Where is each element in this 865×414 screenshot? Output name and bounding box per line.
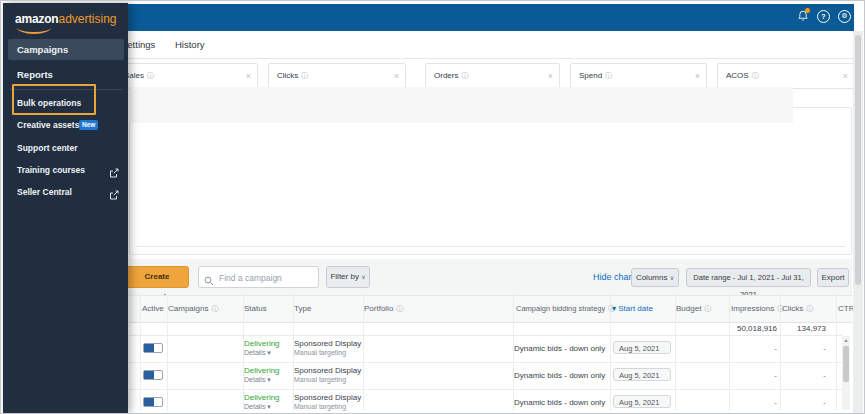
external-link-icon [109, 187, 119, 207]
column-divider [140, 295, 141, 411]
info-icon[interactable]: ⓘ [211, 305, 218, 313]
info-icon[interactable]: ⓘ [396, 305, 403, 313]
chevron-down-icon: ▾ [267, 403, 271, 410]
sidebar-item-creative-assets[interactable]: Creative assets New [3, 115, 128, 135]
metric-card-clicks[interactable]: Clicksⓘ × [268, 63, 406, 89]
new-badge: New [79, 120, 98, 130]
create-campaign-button[interactable]: Create campaign [125, 266, 189, 288]
scroll-up-icon[interactable]: ▲ [842, 336, 850, 344]
amazon-advertising-logo: amazonadvertising [15, 12, 117, 26]
column-divider [513, 295, 514, 411]
sidebar-item-seller-central[interactable]: Seller Central [3, 182, 128, 202]
campaign-search-box[interactable] [198, 266, 319, 288]
chevron-down-icon: ▾ [267, 349, 271, 356]
hide-chart-link[interactable]: Hide chart [593, 272, 634, 282]
info-icon[interactable]: ⓘ [806, 305, 813, 313]
start-date-field[interactable]: Aug 5, 2021 [613, 395, 671, 408]
app-window: ? ⚙ Settings History Salesⓘ × Clicksⓘ × … [0, 0, 865, 414]
column-header-status[interactable]: Status [244, 295, 267, 323]
chart-legend-area [129, 87, 793, 123]
sidebar-item-campaigns[interactable]: Campaigns [8, 39, 124, 60]
metric-card-label: Orders [434, 71, 458, 80]
close-icon[interactable]: × [246, 64, 251, 88]
details-dropdown[interactable]: Details ▾ [244, 349, 271, 357]
column-header-type[interactable]: Type [294, 295, 311, 323]
sidebar-item-training-courses[interactable]: Training courses [3, 160, 128, 180]
bulk-operations-highlight-box [12, 84, 96, 115]
sidebar-item-reports[interactable]: Reports [3, 65, 128, 85]
summary-impressions: 50,018,916 [731, 323, 777, 335]
impressions-value: - [731, 398, 777, 407]
settings-gear-icon[interactable]: ⚙ [838, 10, 851, 23]
metric-card-label: Clicks [277, 71, 298, 80]
close-icon[interactable]: × [548, 64, 553, 88]
date-range-button[interactable]: Date range - Jul 1, 2021 - Jul 31, 2021 [686, 268, 811, 287]
info-icon[interactable]: ⓘ [605, 72, 612, 80]
start-date-field[interactable]: Aug 5, 2021 [613, 341, 671, 354]
metric-card-label: Spend [579, 71, 602, 80]
table-row: Delivering Details ▾ Sponsored Display M… [129, 389, 842, 414]
info-icon[interactable]: ⓘ [461, 72, 468, 80]
metric-card-orders[interactable]: Ordersⓘ × [425, 63, 560, 89]
column-header-campaigns[interactable]: Campaignsⓘ [168, 295, 218, 323]
column-header-clicks[interactable]: Clicksⓘ [782, 295, 813, 323]
bidding-strategy: Dynamic bids - down only [514, 344, 605, 353]
export-button[interactable]: Export [817, 268, 849, 287]
chart-axis-line [136, 246, 845, 247]
status-badge: Delivering [244, 393, 280, 402]
impressions-value: - [731, 344, 777, 353]
status-badge: Delivering [244, 339, 280, 348]
campaign-targeting: Manual targeting [294, 403, 346, 410]
active-toggle[interactable] [143, 370, 163, 380]
metric-card-sales[interactable]: Salesⓘ × [115, 63, 258, 89]
info-icon[interactable]: ⓘ [147, 72, 154, 80]
scrollbar-thumb[interactable] [855, 35, 861, 285]
chevron-down-icon: ∨ [361, 274, 365, 280]
active-toggle[interactable] [143, 397, 163, 407]
sort-descending-icon: ▾ [612, 304, 616, 313]
info-icon[interactable]: ⓘ [752, 72, 759, 80]
notifications-bell-icon[interactable] [796, 9, 810, 23]
table-row: Delivering Details ▾ Sponsored Display M… [129, 362, 842, 390]
close-icon[interactable]: × [394, 64, 399, 88]
chevron-down-icon: ▾ [267, 376, 271, 383]
column-header-ctr[interactable]: CTR [838, 295, 854, 323]
start-date-field[interactable]: Aug 5, 2021 [613, 368, 671, 381]
metric-card-acos[interactable]: ACOSⓘ × [717, 63, 855, 89]
column-header-budget[interactable]: Budgetⓘ [676, 295, 711, 323]
scrollbar-thumb[interactable] [843, 346, 849, 382]
campaign-targeting: Manual targeting [294, 376, 346, 383]
campaign-type: Sponsored Display [294, 393, 361, 402]
close-icon[interactable]: × [843, 64, 848, 88]
clicks-value: - [782, 344, 826, 353]
tab-history[interactable]: History [175, 39, 205, 50]
active-toggle[interactable] [143, 343, 163, 353]
column-header-portfolio[interactable]: Portfolioⓘ [364, 295, 403, 323]
columns-button[interactable]: Columns ∨ [631, 268, 679, 287]
table-row: Delivering Details ▾ Sponsored Display M… [129, 335, 842, 363]
performance-chart-panel [129, 107, 852, 255]
column-header-active[interactable]: Active [142, 295, 164, 323]
info-icon[interactable]: ⓘ [704, 305, 711, 313]
table-scrollbar[interactable]: ▲ [842, 336, 850, 410]
column-header-bidding-strategy[interactable]: Campaign bidding strategyⓘ [516, 295, 615, 323]
details-dropdown[interactable]: Details ▾ [244, 376, 271, 384]
close-icon[interactable]: × [695, 64, 700, 88]
column-header-impressions[interactable]: Impressionsⓘ [731, 295, 784, 323]
top-navigation-bar [3, 4, 854, 31]
help-icon[interactable]: ? [817, 10, 830, 23]
column-divider [836, 295, 837, 411]
search-input[interactable] [217, 268, 319, 288]
info-icon[interactable]: ⓘ [301, 72, 308, 80]
filter-by-button[interactable]: Filter by ∨ [326, 266, 370, 288]
chevron-down-icon: ∨ [670, 275, 674, 281]
column-header-start-date[interactable]: ▾ Start date [612, 295, 653, 323]
campaign-targeting: Manual targeting [294, 349, 346, 356]
sidebar-item-support-center[interactable]: Support center [3, 138, 128, 158]
details-dropdown[interactable]: Details ▾ [244, 403, 271, 411]
bidding-strategy: Dynamic bids - down only [514, 398, 605, 407]
campaign-type: Sponsored Display [294, 366, 361, 375]
window-scrollbar[interactable] [853, 31, 863, 413]
metric-card-spend[interactable]: Spendⓘ × [570, 63, 707, 89]
summary-clicks: 134,973 [782, 323, 826, 335]
